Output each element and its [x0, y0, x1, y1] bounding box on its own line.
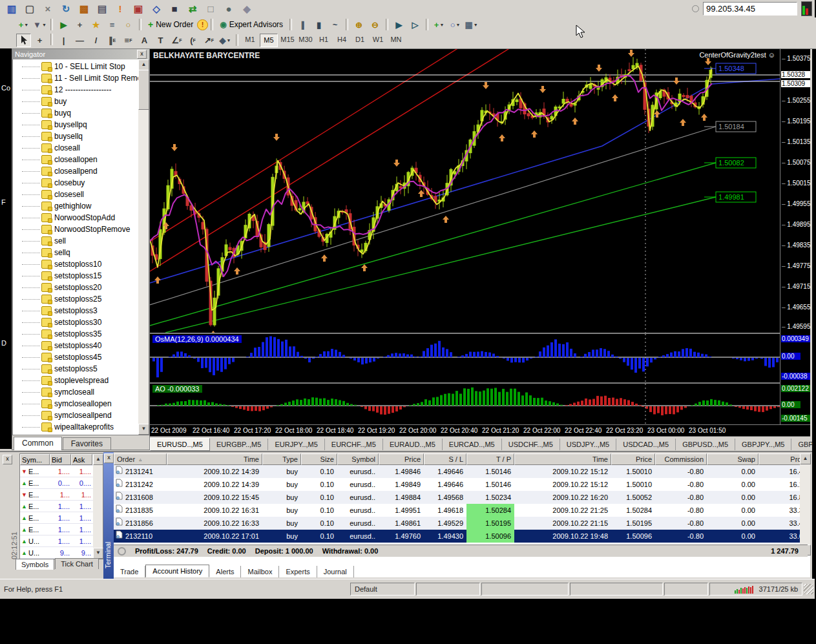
metaquotes-icon[interactable]: ▩: [76, 1, 92, 17]
history-column-symbol[interactable]: Symbol: [337, 453, 379, 465]
terminal-icon[interactable]: ▥: [3, 1, 20, 17]
navigator-titlebar[interactable]: Navigator x: [12, 49, 149, 59]
navigator-close-icon[interactable]: x: [137, 50, 147, 59]
scroll-up-icon[interactable]: ▲: [138, 59, 149, 70]
chart-shift-icon[interactable]: ▶: [56, 18, 71, 32]
refresh-icon[interactable]: ↻: [58, 1, 74, 17]
navigator-item-setstoploss45[interactable]: setstoploss45: [13, 351, 138, 363]
navigator-item-buysellpq[interactable]: buysellpq: [13, 119, 138, 130]
market-watch-tab-tick-chart[interactable]: Tick Chart: [55, 558, 99, 569]
navigator-item-norwoodstopremove[interactable]: NorwoodStopRemove: [13, 223, 138, 235]
scroll-thumb[interactable]: [138, 70, 149, 110]
navigator-item-symcloseallpend[interactable]: symcloseallpend: [13, 410, 138, 421]
history-column-commission[interactable]: Commission: [655, 453, 707, 465]
market-watch-scrollbar[interactable]: ▲ ▼: [93, 454, 103, 559]
timeframe-m15[interactable]: M15: [279, 34, 296, 46]
period-selector-icon[interactable]: ○▼: [448, 18, 463, 32]
timeframe-h4[interactable]: H4: [333, 34, 350, 46]
navigator-item-setstoploss20[interactable]: setstoploss20: [13, 282, 138, 293]
terminal-tab-mailbox[interactable]: Mailbox: [241, 566, 279, 577]
save-profile-icon[interactable]: ▼▼: [32, 18, 47, 32]
navigator-item-12-[interactable]: 12 ------------------: [13, 84, 138, 96]
history-column-t-p[interactable]: T / P: [466, 453, 514, 465]
timeframe-w1[interactable]: W1: [370, 34, 386, 46]
indicators-icon[interactable]: ★: [89, 18, 103, 32]
navigator-item-setstoploss5[interactable]: setstoploss5: [13, 363, 138, 375]
history-row-2131242[interactable]: 21312422009.10.22 14:39buy0.10eurusd..1.…: [114, 478, 810, 491]
chart-tab-gbpusd-m5[interactable]: GBPUSD..,M5: [676, 439, 735, 450]
fibonacci-tool[interactable]: ≡F: [121, 34, 136, 47]
zoom-in-icon[interactable]: ⊕: [351, 18, 366, 32]
terminal-tab-experts[interactable]: Experts: [279, 566, 317, 577]
text-tool[interactable]: A: [137, 34, 152, 47]
history-column-size[interactable]: Size: [301, 453, 337, 465]
scroll-down-icon[interactable]: ▼: [138, 424, 149, 435]
market-watch-row[interactable]: ▲E...0....0....: [20, 477, 103, 489]
navigator-item-setstoploss3[interactable]: setstoploss3: [13, 305, 138, 317]
navigator-tab-favorites[interactable]: Favorites: [63, 437, 111, 450]
add-indicator-icon[interactable]: +▼: [432, 18, 446, 32]
market-watch-row[interactable]: ▲E...1....1....: [20, 524, 103, 535]
resize-grip[interactable]: [804, 584, 813, 594]
navigator-item-10-sell-limit-stop[interactable]: 10 - SELL Limit Stop: [13, 61, 138, 72]
navigator-item-buy[interactable]: buy: [13, 96, 138, 107]
options-icon[interactable]: ×: [39, 1, 56, 17]
import-icon[interactable]: ⇄: [184, 1, 201, 17]
objects-list-icon[interactable]: ≡: [105, 18, 120, 32]
history-column-time[interactable]: Time: [167, 453, 262, 465]
navigator-item-11-sell-limit-stop-remo[interactable]: 11 - Sell Limit Stop Remo: [13, 72, 138, 84]
column-header[interactable]: Bid: [50, 454, 71, 465]
market-watch-tab-symbols[interactable]: Symbols: [16, 559, 54, 570]
close-window-icon[interactable]: ▣: [130, 1, 147, 17]
print-icon[interactable]: ▤: [94, 1, 110, 17]
navigator-item-wipealltakeprofits[interactable]: wipealltakeprofits: [13, 421, 138, 433]
navigator-item-closeall[interactable]: closeall: [13, 142, 138, 154]
chart-shift-end-icon[interactable]: ▷: [408, 18, 423, 32]
alert-icon[interactable]: !: [112, 1, 129, 17]
navigator-item-symcloseall[interactable]: symcloseall: [13, 386, 138, 398]
navigator-item-closesell[interactable]: closesell: [13, 189, 138, 200]
navigator-item-sell[interactable]: sell: [13, 235, 138, 247]
column-header[interactable]: Sym...: [20, 454, 50, 465]
trendline-tool[interactable]: /: [89, 34, 103, 47]
snapshot-icon[interactable]: ●: [220, 1, 237, 17]
template-selector-icon[interactable]: ▦▼: [464, 18, 479, 32]
new-window-icon[interactable]: □: [202, 1, 219, 17]
scroll-up-icon[interactable]: ▲: [93, 454, 103, 465]
market-watch-row[interactable]: ▼E...1....1....: [20, 466, 103, 477]
timeframe-mn[interactable]: MN: [388, 34, 404, 46]
fullscreen-icon[interactable]: ◇: [148, 1, 165, 17]
navigator-item-stoplevelspread[interactable]: stoplevelspread: [13, 375, 138, 386]
history-column-price[interactable]: Price: [611, 453, 655, 465]
bar-chart-icon[interactable]: ∥: [295, 18, 310, 32]
navigator-tab-common[interactable]: Common: [14, 437, 62, 450]
crosshair-tool[interactable]: +: [32, 34, 47, 47]
navigator-item-setstoploss10[interactable]: setstoploss10: [13, 258, 138, 270]
history-column-order[interactable]: Order▵: [114, 453, 167, 465]
zoom-out-icon[interactable]: ⊖: [368, 18, 382, 32]
auto-scroll-icon[interactable]: ▶: [392, 18, 406, 32]
navigator-item-setstoploss15[interactable]: setstoploss15: [13, 270, 138, 282]
column-header[interactable]: Ask: [71, 454, 92, 465]
fibo-fan-tool[interactable]: ∠F: [169, 34, 184, 47]
horizontal-line-tool[interactable]: —: [72, 34, 87, 47]
navigator-item-buyq[interactable]: buyq: [13, 107, 138, 119]
time-scale[interactable]: 22 Oct 200922 Oct 16:4022 Oct 17:2022 Oc…: [150, 424, 810, 437]
terminal-tab-alerts[interactable]: Alerts: [209, 566, 241, 577]
ao-pane[interactable]: AO -0.000033: [150, 384, 810, 424]
history-row-2131608[interactable]: 21316082009.10.22 15:45buy0.10eurusd..1.…: [114, 491, 810, 504]
history-scrollbar[interactable]: ▲ ▼: [800, 453, 810, 556]
timeframe-d1[interactable]: D1: [351, 34, 368, 46]
osma-pane[interactable]: OsMA(12,26,9) 0.0000434: [150, 334, 810, 382]
navigator-scrollbar[interactable]: ▲ ▼: [138, 59, 149, 435]
history-row-2131241[interactable]: 21312412009.10.22 14:39buy0.10eurusd..1.…: [114, 465, 810, 478]
timeframe-m5[interactable]: M5: [260, 34, 278, 47]
line-chart-icon[interactable]: ~: [328, 18, 342, 32]
server-ip-input[interactable]: [703, 2, 797, 16]
navigator-item-symcloseallopen[interactable]: symcloseallopen: [13, 398, 138, 410]
fibo-expansion-tool[interactable]: ↗F: [202, 34, 216, 47]
market-watch-row[interactable]: ▲E...1....1....: [20, 501, 103, 512]
crosshair-target-icon[interactable]: +: [72, 18, 87, 32]
chart-tab-usdchf-m5[interactable]: USDCHF..,M5: [502, 439, 560, 450]
history-column-swap[interactable]: Swap: [707, 453, 758, 465]
